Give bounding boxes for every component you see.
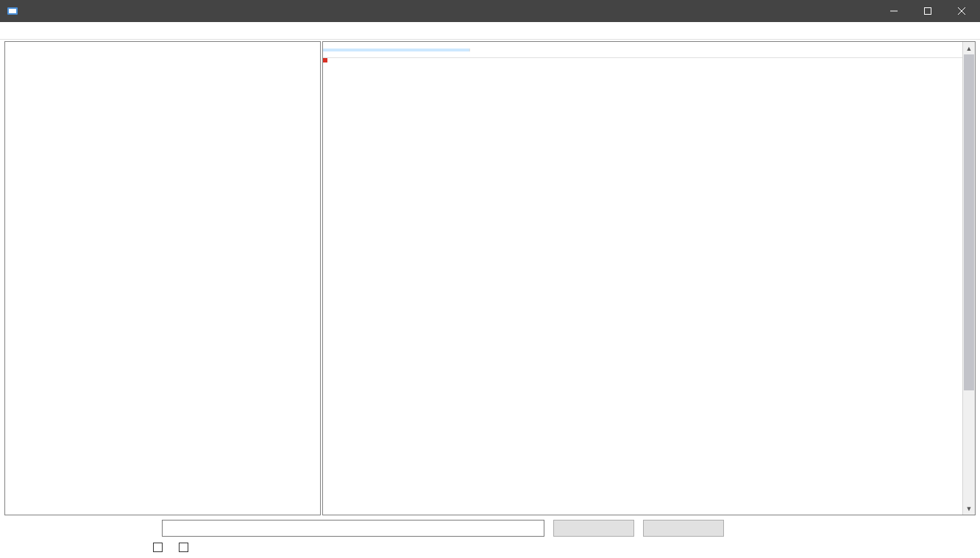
vertical-scrollbar[interactable]: ▲ ▼ xyxy=(962,42,975,515)
checkbox-icon xyxy=(153,543,163,552)
column-value[interactable] xyxy=(470,49,482,51)
tree-panel[interactable] xyxy=(4,41,321,515)
menu-view[interactable] xyxy=(29,29,41,32)
minimize-button[interactable] xyxy=(877,0,911,22)
search-input[interactable] xyxy=(162,520,544,537)
menu-file[interactable] xyxy=(6,29,18,32)
list-scroll xyxy=(323,42,962,515)
search-area xyxy=(0,515,980,558)
list-header[interactable] xyxy=(323,42,962,58)
menu-edit[interactable] xyxy=(18,29,29,32)
scroll-track[interactable] xyxy=(963,54,975,502)
close-button[interactable] xyxy=(945,0,979,22)
close-search-button[interactable] xyxy=(643,520,724,537)
highlight-annotation xyxy=(323,58,327,62)
menubar xyxy=(0,22,980,40)
scroll-down-icon[interactable]: ▼ xyxy=(963,502,975,515)
content-area: ▲ ▼ xyxy=(0,40,980,515)
menu-help[interactable] xyxy=(41,29,53,32)
svg-rect-3 xyxy=(925,8,931,15)
maximize-button[interactable] xyxy=(911,0,945,22)
svg-rect-1 xyxy=(9,9,16,13)
check-only-names[interactable] xyxy=(179,543,191,552)
scroll-up-icon[interactable]: ▲ xyxy=(963,42,975,54)
msinfo32-window: ▲ ▼ xyxy=(0,0,980,558)
list-panel: ▲ ▼ xyxy=(322,41,976,515)
checkbox-icon xyxy=(179,543,188,552)
scroll-thumb[interactable] xyxy=(964,54,974,390)
titlebar[interactable] xyxy=(0,0,980,22)
column-element[interactable] xyxy=(323,49,470,51)
find-button[interactable] xyxy=(553,520,634,537)
tree-root[interactable] xyxy=(8,43,317,57)
window-controls xyxy=(877,0,979,22)
check-only-category[interactable] xyxy=(153,543,166,552)
app-icon xyxy=(6,4,19,18)
